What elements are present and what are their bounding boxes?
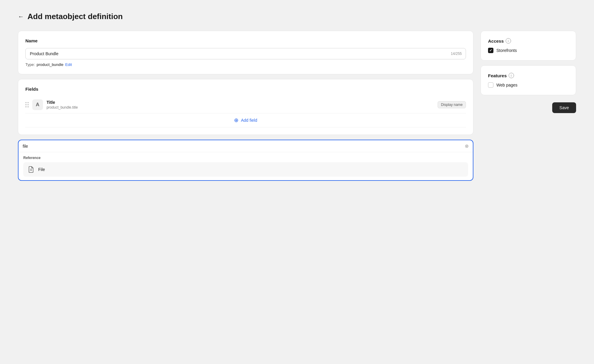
field-type-icon: A [32,99,43,110]
storefronts-checkbox[interactable] [488,48,493,53]
name-input[interactable] [25,48,466,59]
drag-handle[interactable] [25,102,29,107]
clear-search-icon[interactable]: ⊗ [465,143,469,149]
web-pages-label: Web pages [496,83,518,87]
page-title: Add metaobject definition [27,12,123,21]
field-badge: Display name [438,101,466,108]
field-search-card: ⊗ Reference File [18,140,473,181]
field-name: Title [47,100,434,105]
field-info: Title product_bundle.title [47,100,434,109]
storefronts-row: Storefronts [488,48,569,53]
features-info-icon[interactable]: i [509,73,514,78]
access-info-icon[interactable]: i [506,38,511,44]
web-pages-row: Web pages [488,82,569,88]
fields-card: Fields A Title product_bundle.title [18,79,473,135]
add-field-button[interactable]: ⊕ Add field [25,113,466,127]
type-label: Type: [25,62,35,67]
features-title: Features [488,73,507,78]
file-result-label: File [38,167,45,172]
back-button[interactable]: ← [18,13,24,20]
add-field-icon: ⊕ [234,118,238,123]
file-icon [27,165,35,174]
search-results: Reference File [19,152,473,180]
name-card: Name 14/255 Type: product_bundle Edit [18,31,473,74]
char-count: 14/255 [451,52,462,56]
field-key: product_bundle.title [47,105,434,109]
fields-label: Fields [25,87,466,92]
storefronts-label: Storefronts [496,48,517,53]
web-pages-checkbox[interactable] [488,82,493,88]
access-card: Access i Storefronts [481,31,576,61]
access-title: Access [488,38,504,44]
add-field-label: Add field [241,118,257,123]
search-result-file[interactable]: File [23,162,468,177]
search-category-label: Reference [23,156,468,160]
type-value: product_bundle [37,62,64,67]
field-row: A Title product_bundle.title Display nam… [25,96,466,113]
save-button[interactable]: Save [552,102,576,113]
features-card: Features i Web pages [481,65,576,95]
field-search-input[interactable] [23,144,462,149]
name-label: Name [25,38,466,43]
edit-link[interactable]: Edit [65,62,72,67]
